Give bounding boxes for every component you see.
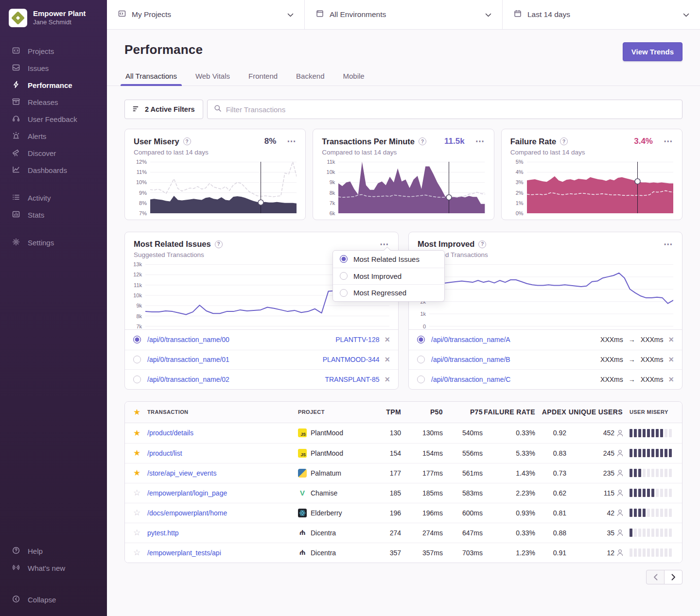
sidebar-item-performance[interactable]: Performance [0, 77, 107, 94]
org-header[interactable]: Empower Plant Jane Schmidt [0, 7, 107, 30]
list-item[interactable]: /api/0/transaction_name/01PLANTMOOD-344× [125, 350, 398, 370]
chart-plot[interactable] [527, 162, 673, 213]
star-toggle[interactable]: ☆ [125, 489, 147, 497]
radio-icon[interactable] [133, 356, 141, 363]
previous-page-button[interactable] [646, 570, 665, 584]
search-bar[interactable] [207, 100, 682, 119]
column-header[interactable]: PROJECT [298, 409, 371, 415]
sidebar-item-user-feedback[interactable]: User Feedback [0, 111, 107, 128]
tab-all-transactions[interactable]: All Transactions [124, 68, 178, 86]
transaction-link[interactable]: /api/0/transaction_name/00 [147, 336, 229, 343]
star-toggle[interactable]: ☆ [125, 509, 147, 517]
date-range-dropdown[interactable]: Last 14 days [503, 0, 700, 29]
list-item[interactable]: /api/0/transaction_name/BXXXms→XXXms× [409, 350, 682, 370]
project-filter-dropdown[interactable]: My Projects [107, 0, 305, 29]
column-header[interactable]: P75 [443, 408, 483, 416]
issue-tag-link[interactable]: TRANSPLANT-85 [325, 376, 379, 383]
card-menu-button[interactable]: ⋯ [287, 139, 297, 144]
transaction-link[interactable]: /api/0/transaction_name/01 [147, 356, 229, 363]
close-icon[interactable]: × [385, 355, 390, 364]
table-row[interactable]: ☆/empowerplant_tests/apiΨDicentra357357m… [125, 543, 682, 563]
star-toggle[interactable]: ★ [125, 449, 147, 457]
list-item[interactable]: /api/0/transaction_name/CXXXms→XXXms× [409, 369, 682, 389]
transaction-link[interactable]: /empowerplant_tests/api [147, 549, 221, 557]
list-item[interactable]: /api/0/transaction_name/00PLANTTV-128× [125, 330, 398, 350]
card-menu-button[interactable]: ⋯ [380, 242, 389, 247]
star-toggle[interactable]: ☆ [125, 548, 147, 557]
radio-icon[interactable] [133, 376, 141, 383]
chart-plot[interactable] [338, 162, 485, 213]
transaction-link[interactable]: /empowerplant/login_page [147, 489, 227, 497]
table-row[interactable]: ☆/docs/empowerplant/homeElderberry196196… [125, 503, 682, 523]
transaction-link[interactable]: /api/0/transaction_name/A [431, 336, 510, 343]
search-input[interactable] [226, 105, 676, 114]
sidebar-item-releases[interactable]: Releases [0, 94, 107, 111]
chart-plot[interactable] [150, 162, 297, 213]
transaction-link[interactable]: pytest.http [147, 529, 179, 537]
table-row[interactable]: ☆/empowerplant/login_pageVChamise185185m… [125, 483, 682, 503]
tab-frontend[interactable]: Frontend [247, 68, 279, 86]
column-header[interactable]: FAILURE RATE [483, 408, 535, 416]
card-menu-button[interactable]: ⋯ [664, 139, 673, 144]
column-header[interactable]: P50 [401, 408, 443, 416]
table-row[interactable]: ☆pytest.httpΨDicentra274274ms647ms0.33%0… [125, 523, 682, 543]
transaction-link[interactable]: /product/details [147, 429, 193, 437]
radio-icon[interactable] [340, 289, 348, 297]
radio-icon[interactable] [133, 336, 141, 343]
tab-web-vitals[interactable]: Web Vitals [194, 68, 231, 86]
star-toggle[interactable]: ★ [125, 429, 147, 437]
dropdown-option[interactable]: Most Regressed [333, 284, 444, 301]
card-menu-button[interactable]: ⋯ [664, 242, 673, 247]
sidebar-item-settings[interactable]: Settings [0, 234, 107, 251]
radio-icon[interactable] [417, 336, 425, 343]
column-header[interactable]: USER MISERY [623, 409, 682, 415]
transaction-link[interactable]: /api/0/transaction_name/B [431, 356, 510, 363]
view-trends-button[interactable]: View Trends [623, 42, 682, 61]
help-circle-icon[interactable]: ? [419, 137, 426, 145]
column-header[interactable]: UNIQUE USERS [566, 408, 623, 416]
table-row[interactable]: ★/store/api_view_eventsPalmatum177177ms5… [125, 463, 682, 483]
transaction-link[interactable]: /product/list [147, 449, 182, 457]
column-header[interactable]: TRANSACTION [147, 409, 298, 415]
close-icon[interactable]: × [385, 375, 390, 384]
close-icon[interactable]: × [668, 355, 674, 364]
tab-backend[interactable]: Backend [295, 68, 325, 86]
close-icon[interactable]: × [668, 375, 674, 384]
sidebar-item-help[interactable]: Help [0, 543, 107, 560]
dropdown-option[interactable]: Most Related Issues [333, 251, 444, 268]
transaction-link[interactable]: /api/0/transaction_name/02 [147, 376, 229, 383]
sidebar-item-dashboards[interactable]: Dashboards [0, 162, 107, 179]
list-item[interactable]: /api/0/transaction_name/AXXXms→XXXms× [409, 330, 682, 350]
tab-mobile[interactable]: Mobile [342, 68, 365, 86]
star-toggle[interactable]: ☆ [125, 529, 147, 537]
table-row[interactable]: ★/product/detailsJSPlantMood130130ms540m… [125, 423, 682, 443]
star-toggle[interactable]: ★ [125, 469, 147, 477]
radio-icon[interactable] [417, 356, 425, 363]
help-circle-icon[interactable]: ? [215, 240, 223, 248]
issue-tag-link[interactable]: PLANTMOOD-344 [323, 356, 380, 363]
help-circle-icon[interactable]: ? [183, 137, 191, 145]
list-item[interactable]: /api/0/transaction_name/02TRANSPLANT-85× [125, 369, 398, 389]
radio-icon[interactable] [417, 376, 425, 383]
close-icon[interactable]: × [668, 335, 674, 344]
sidebar-item-discover[interactable]: Discover [0, 145, 107, 162]
next-page-button[interactable] [664, 570, 682, 584]
radio-icon[interactable] [340, 255, 348, 263]
chart-plot[interactable] [429, 264, 673, 326]
close-icon[interactable]: × [385, 335, 390, 344]
column-header[interactable]: TPM [371, 408, 401, 416]
sidebar-item-activity[interactable]: Activity [0, 189, 107, 206]
issue-tag-link[interactable]: PLANTTV-128 [335, 336, 379, 343]
help-circle-icon[interactable]: ? [478, 240, 486, 248]
table-row[interactable]: ★/product/listJSPlantMood154154ms556ms5.… [125, 443, 682, 463]
transaction-link[interactable]: /api/0/transaction_name/C [431, 376, 510, 383]
sidebar-item-stats[interactable]: Stats [0, 206, 107, 223]
sidebar-item-alerts[interactable]: Alerts [0, 128, 107, 145]
column-header[interactable]: APDEX [535, 408, 566, 416]
radio-icon[interactable] [340, 272, 348, 280]
environment-filter-dropdown[interactable]: All Environments [305, 0, 503, 29]
help-circle-icon[interactable]: ? [560, 137, 568, 145]
transaction-link[interactable]: /store/api_view_events [147, 469, 216, 477]
card-menu-button[interactable]: ⋯ [475, 139, 485, 144]
dropdown-option[interactable]: Most Improved [333, 268, 444, 285]
